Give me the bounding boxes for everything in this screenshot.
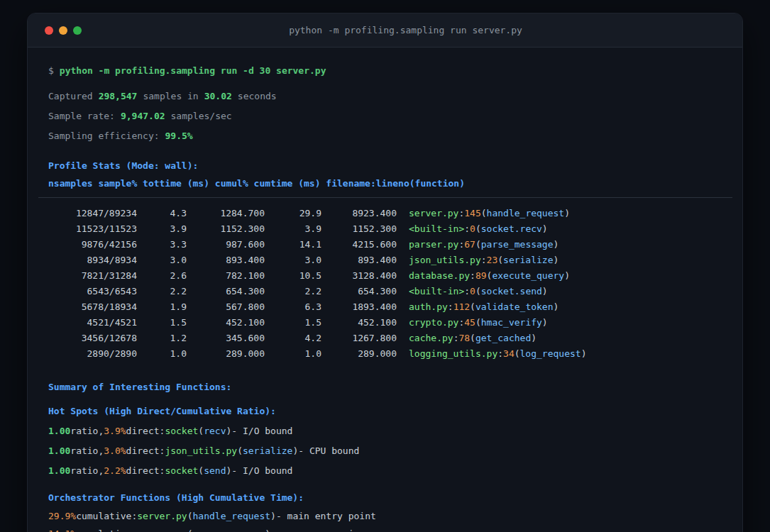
tottime-cell: 782.100 (187, 270, 265, 281)
target-name: socket (165, 426, 198, 436)
sample-rate-label: Sample rate: (48, 111, 115, 121)
tottime-cell: 289.000 (187, 348, 265, 359)
direct-pct: 3.0% (104, 445, 126, 456)
zoom-button[interactable] (73, 26, 82, 35)
summary-heading: Summary of Interesting Functions: (48, 377, 722, 397)
profile-table-row: 9876/421563.3987.60014.14215.600parser.p… (48, 236, 722, 252)
cumul-pct-cell: 14.1 (265, 239, 321, 250)
function-cell: cache.py:78(get_cached) (409, 333, 537, 343)
direct-label: direct: (126, 445, 165, 456)
profile-table-rows: 12847/892344.31284.70029.98923.400server… (48, 205, 722, 361)
bound-note: - CPU bound (298, 445, 359, 456)
cumtime-cell: 289.000 (321, 348, 397, 359)
minimize-button[interactable] (59, 26, 67, 35)
close-paren: ) (531, 333, 537, 343)
ratio-value: 1.00 (48, 465, 70, 476)
target-name: json_utils.py (165, 445, 237, 456)
profile-columns-header: nsamples sample% tottime (ms) cumul% cum… (48, 175, 722, 191)
efficiency-value: 99.5% (165, 131, 193, 141)
filename: database.py (409, 270, 470, 281)
sample-pct-cell: 4.3 (137, 208, 187, 218)
filename: crypto.py (409, 317, 458, 328)
close-button[interactable] (45, 26, 53, 35)
function-cell: server.py:145(handle_request) (409, 208, 570, 218)
traffic-lights (45, 26, 82, 35)
close-paren: ) (226, 465, 232, 476)
nsamples-cell: 5678/18934 (48, 301, 137, 312)
sample-pct-cell: 1.0 (137, 348, 187, 359)
cumtime-cell: 893.400 (321, 255, 397, 265)
nsamples-cell: 12847/89234 (48, 208, 137, 218)
lineno: 67 (464, 239, 475, 250)
nsamples-cell: 7821/31284 (48, 270, 137, 281)
cumulative-label: cumulative: (76, 511, 137, 521)
profile-table-row: 3456/126781.2345.6004.21267.800cache.py:… (48, 330, 722, 345)
ratio-value: 1.00 (48, 445, 70, 456)
nsamples-cell: 6543/6543 (48, 286, 137, 297)
filename: server.py (137, 511, 187, 521)
cumul-pct-cell: 4.2 (265, 333, 321, 343)
orchestrator-line: 29.9% cumulative: server.py(handle_reque… (48, 507, 722, 525)
nsamples-cell: 2890/2890 (48, 348, 137, 359)
filename: cache.py (409, 333, 453, 343)
method-name: send (204, 465, 226, 476)
direct-label: direct: (126, 465, 165, 476)
lineno: 23 (487, 255, 498, 265)
profile-table-row: 7821/312842.6782.10010.53128.400database… (48, 267, 722, 283)
cumtime-cell: 8923.400 (321, 208, 397, 218)
function-cell: parser.py:67(parse_message) (409, 239, 559, 250)
cumtime-cell: 3128.400 (321, 270, 397, 281)
function-name: handle_request (487, 208, 565, 218)
titlebar: python -m profiling.sampling run server.… (28, 13, 742, 48)
table-divider (38, 197, 732, 198)
function-name: validate_token (475, 301, 554, 312)
direct-label: direct: (126, 426, 165, 436)
function-cell: json_utils.py:23(serialize) (409, 255, 559, 265)
sample-pct-cell: 3.3 (137, 239, 187, 250)
sample-rate-value: 9,947.02 (121, 111, 165, 121)
profile-table-row: 6543/65432.2654.3002.2654.300<built-in>:… (48, 283, 722, 299)
terminal-window: python -m profiling.sampling run server.… (27, 13, 743, 532)
filename: <built-in> (409, 286, 464, 297)
function-name: parse_message (481, 239, 554, 250)
function-name: serialize (503, 255, 553, 265)
profile-table-row: 12847/892344.31284.70029.98923.400server… (48, 205, 722, 221)
nsamples-cell: 11523/11523 (48, 223, 137, 234)
colon: : (448, 301, 453, 312)
orchestrators-heading: Orchestrator Functions (High Cumulative … (48, 487, 722, 507)
open-paren: ( (470, 333, 475, 343)
captured-mid-label: samples in (143, 91, 198, 101)
sample-pct-cell: 3.9 (137, 223, 187, 234)
cumtime-cell: 1267.800 (321, 333, 397, 343)
terminal-content[interactable]: $ python -m profiling.sampling run -d 30… (28, 48, 742, 532)
profile-table-row: 2890/28901.0289.0001.0289.000logging_uti… (48, 345, 722, 361)
cumtime-cell: 1893.400 (321, 301, 397, 312)
cumulative-pct: 14.1% (48, 528, 76, 532)
filename: parser.py (409, 239, 458, 250)
hot-spot-line: 1.00 ratio, 3.9% direct: socket(recv) - … (48, 421, 722, 440)
filename: parser.py (137, 528, 187, 532)
function-cell: crypto.py:45(hmac_verify) (409, 317, 548, 328)
profile-table-row: 5678/189341.9567.8006.31893.400auth.py:1… (48, 299, 722, 314)
cumul-pct-cell: 3.9 (265, 223, 321, 234)
open-paren: ( (187, 511, 193, 521)
lineno: 145 (464, 208, 480, 218)
cumul-pct-cell: 10.5 (265, 270, 321, 281)
captured-unit-label: seconds (238, 91, 277, 101)
sample-pct-cell: 1.5 (137, 317, 187, 328)
filename: auth.py (409, 301, 448, 312)
function-cell: auth.py:112(validate_token) (409, 301, 559, 312)
open-paren: ( (198, 465, 204, 476)
colon: : (497, 348, 503, 359)
function-name: hmac_verify (481, 317, 542, 328)
cumtime-cell: 4215.600 (321, 239, 397, 250)
hot-spots-lines: 1.00 ratio, 3.9% direct: socket(recv) - … (48, 421, 722, 480)
close-paren: ) (265, 528, 270, 532)
colon: : (470, 270, 475, 281)
close-paren: ) (226, 426, 232, 436)
orchestrator-note: - message parsing (270, 528, 365, 532)
sample-pct-cell: 1.2 (137, 333, 187, 343)
tottime-cell: 1284.700 (187, 208, 265, 218)
target-name: socket (165, 465, 198, 476)
cumulative-label: cumulative: (76, 528, 137, 532)
